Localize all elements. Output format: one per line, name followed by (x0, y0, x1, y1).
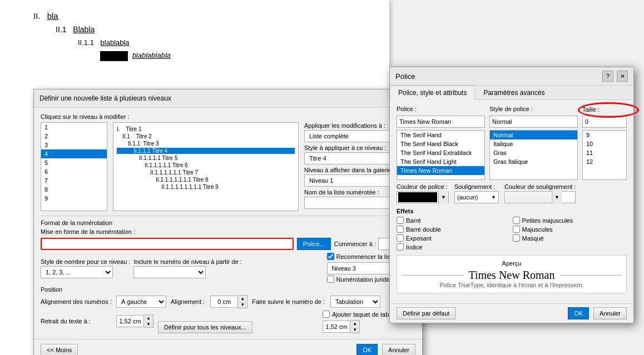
style-list-item-italique[interactable]: Italique (490, 139, 577, 148)
taille-list[interactable]: 9 10 11 12 (582, 130, 627, 180)
level-selector[interactable]: 1 2 3 4 5 6 7 8 9 (41, 122, 107, 211)
effet-masque-label: Masqué (522, 235, 544, 242)
police-title: Police (395, 72, 415, 81)
couleur-soulig-dropdown[interactable]: ▼ (504, 191, 576, 203)
couleur-soulig-swatch (506, 192, 551, 202)
retrait-down[interactable]: ▼ (144, 321, 153, 327)
apercu-text: Times New Roman (463, 269, 561, 282)
police-titlebar: Police ? ✕ (390, 67, 633, 86)
couleur-arrow[interactable]: ▼ (438, 191, 448, 203)
taille-label: Taille : (582, 106, 600, 113)
retrait-label: Retrait du texte à : (41, 318, 113, 324)
effet-barre-double-label: Barré double (406, 226, 441, 233)
retrait-up[interactable]: ▲ (144, 315, 153, 321)
alignement-nums-row: Alignement des numéros : À gauche (41, 295, 166, 308)
level-9[interactable]: 9 (41, 194, 107, 203)
police-ok-btn[interactable]: OK (568, 307, 589, 319)
effet-barre-checkbox[interactable] (397, 217, 404, 224)
police-tabs: Police, style et attributs Paramètres av… (390, 86, 633, 100)
level-2[interactable]: 2 (41, 132, 107, 141)
style-list-item-normal[interactable]: Normal (490, 131, 577, 139)
effet-barre-double-checkbox[interactable] (397, 226, 404, 233)
style-list-item-gras-italique[interactable]: Gras Italique (490, 157, 577, 166)
retrait-row: Retrait du texte à : ▲ ▼ (41, 311, 153, 331)
style-police-label: Style de police : (489, 106, 578, 113)
police-help-btn[interactable]: ? (602, 71, 613, 82)
couleur-police-field: Couleur de police : ▼ (397, 183, 449, 203)
preview-row-1: I. Titre 1 (117, 126, 295, 132)
level-8[interactable]: 8 (41, 185, 107, 194)
list-annuler-btn[interactable]: Annuler (382, 344, 415, 355)
level-5[interactable]: 5 (41, 158, 107, 167)
retrait-spin-btns: ▲ ▼ (144, 314, 153, 328)
police-ok-annuler: OK Annuler (568, 307, 627, 319)
level-1[interactable]: 1 (41, 123, 107, 132)
police-list-item-serifhand[interactable]: The Serif Hand (397, 131, 484, 139)
definir-par-defaut-btn[interactable]: Définir par défaut (397, 307, 455, 319)
taille-9[interactable]: 9 (583, 131, 626, 139)
style-num-label: Style de nombre pour ce niveau : (41, 258, 130, 265)
level-6[interactable]: 6 (41, 167, 107, 176)
effet-exposant-checkbox[interactable] (397, 234, 404, 242)
tab-police-style[interactable]: Police, style et attributs (390, 86, 475, 100)
dialog-list-footer: << Moins OK Annuler (34, 339, 422, 355)
style-list-item-gras[interactable]: Gras (490, 148, 577, 157)
apercu-line-right (560, 275, 622, 276)
alignement-up[interactable]: ▲ (238, 296, 247, 302)
level-3[interactable]: 3 (41, 141, 107, 149)
police-list-item-serifhandblack[interactable]: The Serif Hand Black (397, 139, 484, 148)
recommencer-select[interactable]: Niveau 3 (327, 262, 399, 274)
inclure-select[interactable] (133, 266, 206, 278)
soulignement-dropdown[interactable]: (aucun) ▼ (454, 191, 499, 203)
effet-masque-checkbox[interactable] (513, 234, 520, 242)
police-btn[interactable]: Police... (297, 238, 331, 250)
level-7[interactable]: 7 (41, 176, 107, 185)
police-annuler-btn[interactable]: Annuler (593, 307, 627, 319)
alignement-input[interactable] (210, 296, 238, 308)
style-list[interactable]: Normal Italique Gras Gras Italique (489, 130, 578, 180)
level-4[interactable]: 4 (41, 149, 107, 158)
couleur-soulig-arrow[interactable]: ▼ (552, 191, 562, 203)
inclure-container: Inclure le numéro de niveau à partir de … (133, 258, 241, 278)
bottom-controls: Style de nombre pour ce niveau : 1, 2, 3… (41, 253, 415, 284)
taille-11[interactable]: 11 (583, 148, 626, 157)
effet-barre: Barré (397, 217, 511, 224)
police-list-item-serifhandextra[interactable]: The Serif Hand Extrablack (397, 148, 484, 157)
alignement-nums-select[interactable]: À gauche (116, 296, 166, 308)
mise-en-forme-input[interactable] (41, 238, 294, 250)
police-close-btn[interactable]: ✕ (617, 71, 628, 82)
num-juridique-checkbox[interactable] (327, 276, 334, 283)
ajouter-taquet-checkbox[interactable] (323, 311, 330, 318)
alignement-cm-label: Alignement : (171, 298, 205, 305)
list-ok-btn[interactable]: OK (356, 344, 378, 355)
style-num-select[interactable]: 1, 2, 3, ... (41, 266, 113, 278)
faire-suivre-select[interactable]: Tabulation (330, 296, 380, 308)
moins-btn[interactable]: << Moins (41, 344, 78, 355)
effet-indice-checkbox[interactable] (397, 243, 404, 251)
ajouter-taquet-up[interactable]: ▲ (350, 321, 359, 327)
couleur-dropdown[interactable]: ▼ (397, 191, 449, 203)
effet-barre-label: Barré (406, 217, 421, 224)
format-row: Police... Commencer à : ▲ ▼ (41, 237, 415, 251)
alignement-down[interactable]: ▼ (238, 302, 247, 308)
ajouter-taquet-input[interactable] (323, 321, 350, 333)
couleur-label: Couleur de police : (397, 183, 449, 190)
faire-suivre-label: Faire suivre le numéro de : (252, 298, 325, 305)
definir-tous-btn[interactable]: Définir pour tous les niveaux... (158, 321, 252, 333)
retrait-input[interactable] (116, 315, 144, 327)
police-list[interactable]: The Serif Hand The Serif Hand Black The … (397, 130, 485, 180)
recommencer-checkbox[interactable] (327, 253, 334, 260)
police-footer: Définir par défaut OK Annuler (390, 303, 633, 323)
taille-10[interactable]: 10 (583, 139, 626, 148)
ajouter-taquet-down[interactable]: ▼ (350, 327, 359, 333)
effet-majuscules-checkbox[interactable] (513, 226, 520, 233)
police-inputs-row (397, 116, 627, 128)
tab-parametres-avances[interactable]: Paramètres avancés (475, 86, 553, 100)
police-list-item-serifhandlight[interactable]: The Serif Hand Light (397, 157, 484, 166)
police-list-item-timesnewroman[interactable]: Times New Roman (397, 166, 484, 175)
effet-petites-maj-checkbox[interactable] (513, 217, 520, 224)
taille-input[interactable] (582, 116, 627, 128)
police-input[interactable] (397, 116, 485, 128)
taille-12[interactable]: 12 (583, 157, 626, 166)
style-input[interactable] (489, 116, 578, 128)
